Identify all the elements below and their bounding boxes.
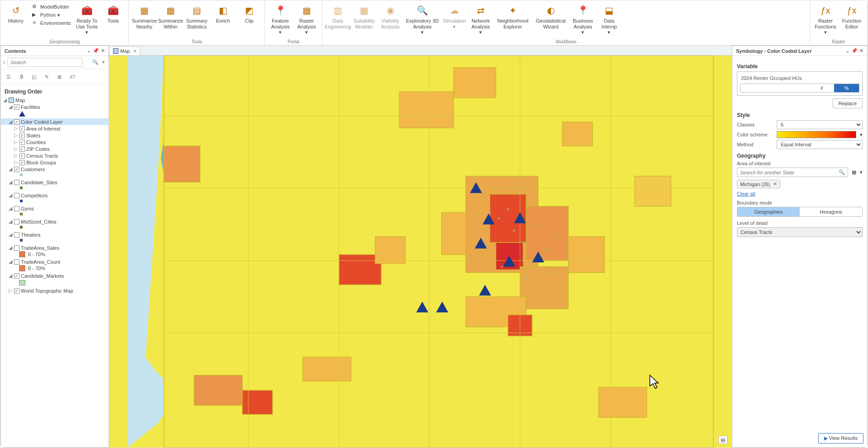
map-check-icon[interactable] — [9, 98, 14, 103]
layer-competitors[interactable]: ◢Competitors — [1, 192, 108, 199]
layer-theaters[interactable]: ◢Theaters — [1, 231, 108, 238]
list-by-labeling-icon[interactable]: 🏷 — [67, 72, 77, 82]
simulation-button[interactable]: ☁Simulation ▾ — [442, 2, 467, 31]
aoi-search-input[interactable] — [737, 168, 836, 177]
enrich-button[interactable]: ◧Enrich — [210, 2, 236, 26]
checkbox[interactable] — [14, 273, 19, 279]
checkbox[interactable] — [14, 193, 19, 198]
list-by-editing-icon[interactable]: ✎ — [42, 72, 52, 82]
method-select[interactable]: Equal Interval — [777, 140, 863, 149]
layer-counties[interactable]: ▷Counties — [1, 139, 108, 145]
lod-select[interactable]: Census Tracts — [737, 227, 863, 237]
checkbox[interactable] — [14, 259, 19, 265]
aoi-dropdown-icon[interactable]: ▾ — [860, 169, 863, 175]
close-icon[interactable]: ✕ — [859, 48, 863, 54]
checkbox[interactable] — [19, 153, 25, 159]
search-icon[interactable]: 🔍 — [836, 168, 848, 177]
python-button[interactable]: ▶Python ▾ — [30, 11, 72, 19]
layer-gyms[interactable]: ◢Gyms — [1, 205, 108, 212]
map-node[interactable]: ◢Map — [1, 97, 108, 103]
map-overlay-button[interactable]: ▤ — [718, 436, 727, 444]
function-editor-button[interactable]: ƒxFunction Editor — [839, 2, 864, 31]
checkbox[interactable] — [19, 140, 25, 145]
pin-icon[interactable]: 📌 — [851, 48, 858, 54]
clear-all-link[interactable]: Clear all — [737, 191, 755, 196]
contents-search-input[interactable] — [7, 58, 83, 67]
list-by-drawing-icon[interactable]: ☰ — [4, 72, 14, 82]
close-tab-icon[interactable]: ✕ — [133, 48, 137, 54]
checkbox[interactable] — [14, 206, 19, 211]
geostat-button[interactable]: ◐Geostatistical Wizard — [532, 2, 569, 31]
ready-tools-button[interactable]: 🧰Ready To Use Tools ▾ — [74, 2, 99, 37]
collapse-icon[interactable]: ⌄ — [845, 48, 849, 54]
filter-icon[interactable]: ▿ — [3, 60, 5, 65]
remove-chip-icon[interactable]: ✕ — [773, 181, 777, 187]
summary-stats-button[interactable]: ▤Summary Statistics — [184, 2, 209, 31]
layer-candidate-sites[interactable]: ◢Candidate_Sites — [1, 179, 108, 186]
data-engineering-button[interactable]: ▥Data Engineering — [325, 2, 350, 31]
color-scheme-swatch[interactable] — [777, 131, 856, 138]
layer-zip[interactable]: ▷ZIP Codes — [1, 145, 108, 152]
checkbox[interactable] — [14, 219, 19, 224]
aoi-extent-icon[interactable]: ▦ — [852, 169, 856, 175]
checkbox[interactable] — [19, 133, 25, 138]
list-by-snapping-icon[interactable]: ⊞ — [54, 72, 64, 82]
variable-input[interactable] — [740, 75, 859, 82]
layer-tradearea-sales[interactable]: ◢TradeArea_Sales — [1, 244, 108, 251]
search-icon[interactable]: 🔍 — [92, 59, 99, 65]
summarize-nearby-button[interactable]: ▦Summarize Nearby — [132, 2, 157, 31]
checkbox[interactable] — [14, 245, 19, 251]
checkbox[interactable] — [19, 146, 25, 152]
scheme-dropdown-icon[interactable]: ▾ — [860, 132, 863, 138]
classes-select[interactable]: 5 — [777, 120, 863, 129]
tools-button[interactable]: 🧰Tools — [100, 2, 126, 26]
summarize-within-button[interactable]: ▦Summarize Within — [158, 2, 183, 31]
data-interop-button[interactable]: ⬓Data Interop ▾ — [596, 2, 622, 37]
close-icon[interactable]: ✕ — [101, 48, 105, 54]
layer-color-coded[interactable]: ◢Color Coded Layer — [1, 118, 108, 125]
modelbuilder-button[interactable]: ⚙ModelBuilder — [30, 3, 72, 10]
hash-toggle[interactable]: # — [809, 84, 834, 92]
checkbox[interactable] — [19, 160, 25, 165]
raster-functions-button[interactable]: ƒxRaster Functions ▾ — [813, 2, 838, 37]
hexagons-button[interactable]: Hexagons — [800, 207, 862, 216]
layer-aoi[interactable]: ▷Area of Interest — [1, 125, 108, 132]
exploratory-3d-button[interactable]: 🔍Exploratory 3D Analysis ▾ — [404, 2, 441, 37]
map-tab[interactable]: Map✕ — [109, 47, 140, 55]
checkbox[interactable] — [14, 119, 19, 125]
layer-customers[interactable]: ◢Customers — [1, 166, 108, 173]
layer-block[interactable]: ▷Block Groups — [1, 159, 108, 166]
checkbox[interactable] — [14, 167, 19, 172]
view-results-button[interactable]: ▶ View Results — [818, 433, 863, 443]
layer-tradearea-count[interactable]: ◢TradeArea_Count — [1, 258, 108, 265]
layer-candidate-markets[interactable]: ◢Candidate_Markets — [1, 272, 108, 279]
map-view[interactable]: ▤ — [109, 56, 732, 448]
network-button[interactable]: ⇄Network Analysis ▾ — [468, 2, 493, 37]
layer-census[interactable]: ▷Census Tracts — [1, 152, 108, 159]
suitability-button[interactable]: ▦Suitability Modeler — [351, 2, 377, 31]
layer-basemap[interactable]: ▷World Topographic Map — [1, 287, 108, 294]
neighborhood-button[interactable]: ✦Neighborhood Explorer — [494, 2, 531, 31]
collapse-icon[interactable]: ⌄ — [87, 48, 91, 54]
layer-midcities[interactable]: ◢MidSized_Cities — [1, 218, 108, 225]
pin-icon[interactable]: 📌 — [93, 48, 99, 54]
geographies-button[interactable]: Geographies — [737, 207, 800, 216]
checkbox[interactable] — [14, 288, 19, 294]
checkbox[interactable] — [14, 104, 19, 110]
replace-button[interactable]: Replace — [833, 98, 863, 108]
list-by-selection-icon[interactable]: ◱ — [29, 72, 39, 82]
checkbox[interactable] — [19, 126, 25, 131]
visibility-button[interactable]: ◉Visibility Analysis — [377, 2, 403, 31]
layer-facilities[interactable]: ◢Facilities — [1, 103, 108, 110]
business-button[interactable]: 📍Business Analysis ▾ — [570, 2, 595, 37]
search-dropdown-icon[interactable]: ▾ — [102, 59, 105, 65]
feature-analysis-button[interactable]: 📍Feature Analysis ▾ — [268, 2, 293, 37]
list-by-source-icon[interactable]: 🛢 — [16, 72, 26, 82]
checkbox[interactable] — [14, 232, 19, 238]
clip-button[interactable]: ◩Clip — [236, 2, 262, 26]
layer-states[interactable]: ▷States — [1, 132, 108, 139]
history-button[interactable]: ↺History — [3, 2, 28, 26]
raster-analysis-button[interactable]: ▦Raster Analysis ▾ — [294, 2, 319, 37]
environments-button[interactable]: ⛭Environments — [30, 19, 72, 27]
percent-toggle[interactable]: % — [834, 84, 859, 92]
